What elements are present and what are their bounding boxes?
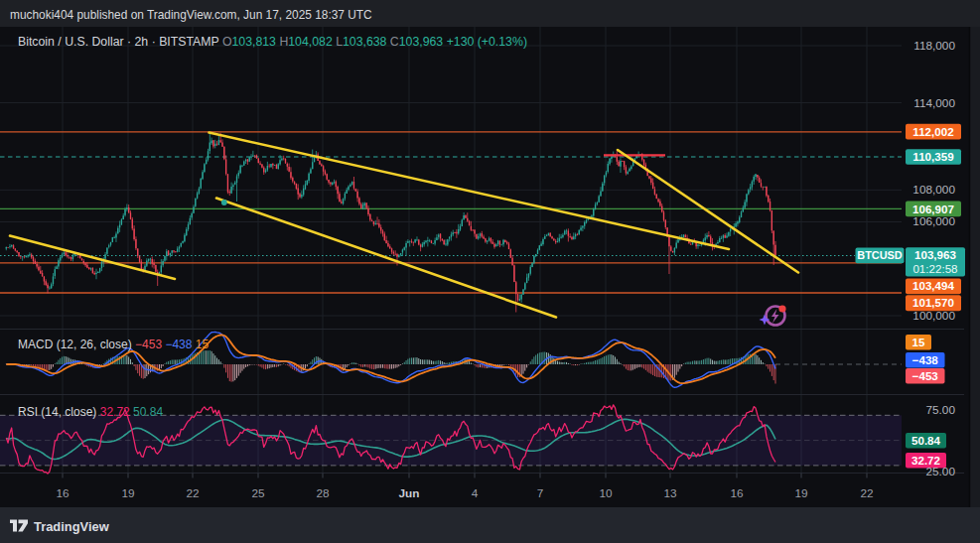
svg-text:7: 7 [537, 486, 544, 500]
svg-text:22: 22 [860, 486, 873, 500]
svg-text:BTCUSD: BTCUSD [857, 249, 903, 261]
svg-text:112,002: 112,002 [912, 125, 953, 138]
svg-text:−453: −453 [912, 369, 939, 382]
svg-text:108,000: 108,000 [912, 183, 955, 197]
svg-text:118,000: 118,000 [913, 39, 955, 53]
svg-text:110,359: 110,359 [912, 150, 954, 163]
svg-text:50.84: 50.84 [911, 434, 941, 447]
svg-text:MACD (12, 26, close) −453 −438: MACD (12, 26, close) −453 −438 15 [18, 338, 209, 351]
svg-text:103,494: 103,494 [912, 279, 954, 292]
svg-text:19: 19 [794, 486, 807, 500]
svg-text:muchoki404 published on Tradin: muchoki404 published on TradingView.com,… [10, 8, 372, 22]
svg-text:25: 25 [251, 486, 265, 500]
svg-text:114,000: 114,000 [913, 96, 955, 110]
svg-text:28: 28 [316, 486, 330, 500]
svg-text:Bitcoin / U.S. Dollar · 2h · B: Bitcoin / U.S. Dollar · 2h · BITSTAMP O1… [18, 35, 527, 49]
svg-text:106,907: 106,907 [912, 203, 954, 215]
svg-text:TradingView: TradingView [34, 519, 110, 534]
svg-text:101,570: 101,570 [912, 296, 954, 309]
svg-text:16: 16 [56, 486, 70, 500]
svg-text:4: 4 [472, 486, 479, 500]
svg-text:25.00: 25.00 [925, 465, 955, 478]
svg-text:Jun: Jun [399, 486, 420, 500]
svg-text:103,963: 103,963 [914, 248, 956, 261]
svg-text:15: 15 [912, 336, 925, 348]
svg-text:19: 19 [121, 486, 134, 500]
svg-text:01:22:58: 01:22:58 [912, 262, 957, 275]
svg-text:−438: −438 [912, 353, 939, 366]
svg-text:10: 10 [599, 486, 613, 500]
svg-text:75.00: 75.00 [925, 403, 955, 417]
svg-text:22: 22 [186, 486, 199, 500]
svg-text:13: 13 [663, 486, 677, 500]
svg-text:RSI (14, close) 32.72 50.84: RSI (14, close) 32.72 50.84 [18, 405, 163, 419]
svg-text:16: 16 [730, 486, 744, 500]
